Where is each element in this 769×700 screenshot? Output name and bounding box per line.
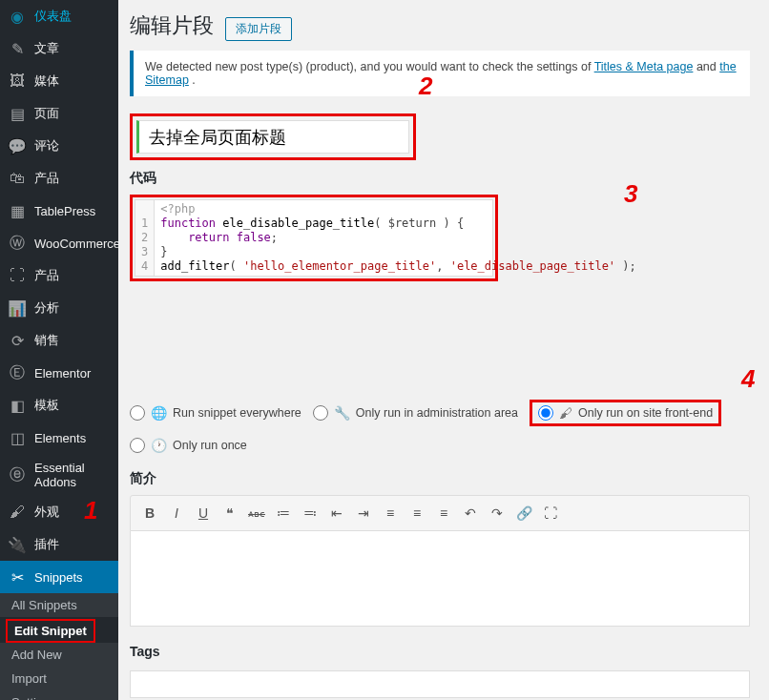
quote-button[interactable]: ❝ xyxy=(218,502,241,525)
description-editor[interactable] xyxy=(130,531,750,627)
annotation-frame-1: Edit Snippet xyxy=(6,619,95,643)
strike-button[interactable]: ᴀʙᴄ xyxy=(245,502,268,525)
media-icon: 🖼 xyxy=(8,72,27,91)
tags-input[interactable] xyxy=(130,670,750,698)
template-icon: ◧ xyxy=(8,396,27,415)
submenu-edit-snippet[interactable]: Edit Snippet xyxy=(10,622,91,640)
menu-pages[interactable]: ▤页面 xyxy=(0,97,118,130)
submenu-all-snippets[interactable]: All Snippets xyxy=(0,593,118,617)
brush-icon: 🖌 xyxy=(8,503,27,522)
bag-icon: 🛍 xyxy=(8,169,27,188)
snippet-title-input[interactable] xyxy=(136,120,409,154)
link-button[interactable]: 🔗 xyxy=(512,502,535,525)
menu-label: 外观 xyxy=(34,504,59,521)
menu-label: 文章 xyxy=(34,40,59,57)
notice-text: We detected new post type(s) (product), … xyxy=(145,60,594,73)
dashboard-icon: ◉ xyxy=(8,7,27,26)
fullscreen-button[interactable]: ⛶ xyxy=(539,502,562,525)
scope-radio-everywhere[interactable] xyxy=(130,405,145,421)
chart-icon: 📊 xyxy=(8,299,27,318)
brush-icon: 🖌 xyxy=(559,405,572,421)
menu-dashboard[interactable]: ◉仪表盘 xyxy=(0,0,118,32)
code-editor[interactable]: 1234 <?php function ele_disable_page_tit… xyxy=(135,199,493,277)
menu-label: 产品 xyxy=(34,267,59,284)
scope-frontend[interactable]: 🖌Only run on site front-end xyxy=(530,400,721,426)
menu-label: Elements xyxy=(34,431,86,445)
menu-label: Snippets xyxy=(34,570,83,585)
redo-button[interactable]: ↷ xyxy=(486,502,509,525)
box-icon: ⛶ xyxy=(8,266,27,285)
menu-comments[interactable]: 💬评论 xyxy=(0,130,118,162)
scope-radio-admin[interactable] xyxy=(313,405,328,421)
scope-everywhere[interactable]: 🌐Run snippet everywhere xyxy=(130,405,301,421)
code-gutter: 1234 xyxy=(135,200,155,276)
align-center-button[interactable]: ≡ xyxy=(405,502,428,525)
menu-label: 销售 xyxy=(34,332,59,349)
notice-link-titles[interactable]: Titles & Meta page xyxy=(594,60,694,73)
italic-button[interactable]: I xyxy=(165,502,188,525)
scissors-icon: ✂ xyxy=(8,567,27,587)
bold-button[interactable]: B xyxy=(138,502,161,525)
add-snippet-button[interactable]: 添加片段 xyxy=(225,17,292,41)
menu-products1[interactable]: 🛍产品 xyxy=(0,162,118,195)
align-right-button[interactable]: ≡ xyxy=(432,502,455,525)
menu-elements[interactable]: ◫Elements xyxy=(0,422,118,454)
admin-sidebar: ◉仪表盘 ✎文章 🖼媒体 ▤页面 💬评论 🛍产品 ▦TablePress ⓦWo… xyxy=(0,0,118,700)
desc-toolbar: B I U ❝ ᴀʙᴄ ≔ ≕ ⇤ ⇥ ≡ ≡ ≡ ↶ ↷ 🔗 ⛶ xyxy=(130,495,750,531)
globe-icon: 🌐 xyxy=(151,405,167,421)
annotation-frame-3: 1234 <?php function ele_disable_page_tit… xyxy=(130,195,498,281)
menu-snippets[interactable]: ✂Snippets xyxy=(0,561,118,593)
notice-text-post: . xyxy=(192,73,195,87)
admin-notice: We detected new post type(s) (product), … xyxy=(130,51,750,96)
scope-once[interactable]: 🕐Only run once xyxy=(130,438,247,453)
menu-label: 分析 xyxy=(34,299,59,317)
menu-elementor[interactable]: ⒺElementor xyxy=(0,357,118,389)
menu-plugins[interactable]: 🔌插件 xyxy=(0,528,118,561)
ul-button[interactable]: ≔ xyxy=(272,502,295,525)
submenu-settings[interactable]: Settings xyxy=(0,690,118,700)
underline-button[interactable]: U xyxy=(192,502,215,525)
menu-media[interactable]: 🖼媒体 xyxy=(0,65,118,97)
menu-analytics[interactable]: 📊分析 xyxy=(0,292,118,324)
menu-label: WooCommerce xyxy=(34,237,118,251)
scope-radio-frontend[interactable] xyxy=(538,405,553,421)
menu-appearance[interactable]: 🖌外观 xyxy=(0,496,118,528)
menu-label: 仪表盘 xyxy=(34,8,72,25)
main-content: 编辑片段 添加片段 We detected new post type(s) (… xyxy=(118,0,769,700)
submenu-add-new[interactable]: Add New xyxy=(0,643,118,667)
menu-templates[interactable]: ◧模板 xyxy=(0,389,118,422)
desc-section-title: 简介 xyxy=(130,470,750,487)
indent-button[interactable]: ⇥ xyxy=(352,502,375,525)
scope-options: 🌐Run snippet everywhere 🔧Only run in adm… xyxy=(130,392,750,461)
annotation-number-1: 1 xyxy=(84,496,97,525)
tags-section-title: Tags xyxy=(130,644,750,659)
wrench-icon: 🔧 xyxy=(334,405,350,421)
menu-posts[interactable]: ✎文章 xyxy=(0,32,118,65)
annotation-number-3: 3 xyxy=(624,179,637,209)
annotation-number-2: 2 xyxy=(419,72,432,101)
comment-icon: 💬 xyxy=(8,136,27,155)
elements-icon: ◫ xyxy=(8,428,27,447)
outdent-button[interactable]: ⇤ xyxy=(325,502,348,525)
scope-admin[interactable]: 🔧Only run in administration area xyxy=(313,405,518,421)
menu-tablepress[interactable]: ▦TablePress xyxy=(0,195,118,227)
menu-woocommerce[interactable]: ⓦWooCommerce xyxy=(0,227,118,259)
table-icon: ▦ xyxy=(8,201,27,220)
page-title: 编辑片段 xyxy=(130,11,214,40)
elementor-icon: Ⓔ xyxy=(8,363,27,382)
menu-products2[interactable]: ⛶产品 xyxy=(0,259,118,292)
menu-essential-addons[interactable]: ⓔEssential Addons xyxy=(0,454,118,496)
scope-radio-once[interactable] xyxy=(130,438,145,453)
menu-marketing[interactable]: ⟳销售 xyxy=(0,324,118,357)
pin-icon: ✎ xyxy=(8,39,27,58)
menu-label: 模板 xyxy=(34,397,59,414)
ol-button[interactable]: ≕ xyxy=(299,502,322,525)
align-left-button[interactable]: ≡ xyxy=(379,502,402,525)
undo-button[interactable]: ↶ xyxy=(459,502,482,525)
code-section-title: 代码 xyxy=(130,170,750,187)
editor-blank-area[interactable] xyxy=(130,287,750,392)
code-body[interactable]: <?php function ele_disable_page_title( $… xyxy=(155,200,642,276)
submenu-import[interactable]: Import xyxy=(0,667,118,690)
menu-label: TablePress xyxy=(34,204,95,218)
annotation-frame-2 xyxy=(130,113,416,160)
